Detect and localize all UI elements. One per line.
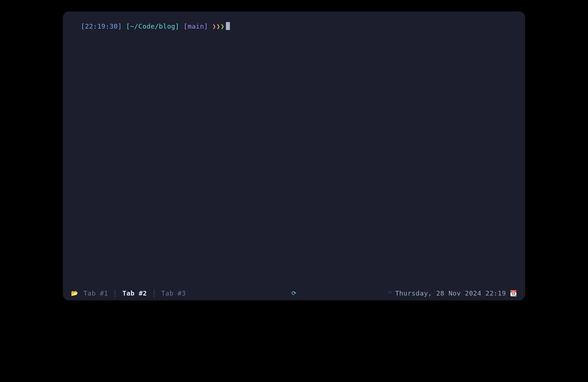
status-bar-left: 📂 Tab #1 ┊ Tab #2 ┊ Tab #3	[71, 289, 186, 297]
heart-icon: ♡	[388, 290, 391, 296]
prompt-time: [22:19:30]	[81, 22, 122, 30]
tab-separator-icon: ┊	[152, 289, 156, 297]
tab-3[interactable]: Tab #3	[161, 289, 186, 297]
terminal-cursor	[226, 22, 230, 30]
tab-separator-icon: ┊	[113, 289, 117, 297]
tab-1[interactable]: Tab #1	[84, 289, 108, 297]
prompt-branch: [main]	[184, 22, 208, 30]
terminal-content[interactable]: [22:19:30] [~/Code/blog] [main] ❯❯❯	[63, 12, 525, 286]
terminal-window: [22:19:30] [~/Code/blog] [main] ❯❯❯ 📂 Ta…	[63, 12, 525, 300]
refresh-icon: ⟳	[291, 290, 297, 297]
calendar-icon: 📆	[510, 290, 517, 297]
status-bar: 📂 Tab #1 ┊ Tab #2 ┊ Tab #3 ⟳ ♡ Thursday,…	[63, 286, 525, 300]
tab-2[interactable]: Tab #2	[122, 289, 147, 297]
status-datetime: Thursday, 28 Nov 2024 22:19	[395, 289, 506, 297]
status-bar-right: ♡ Thursday, 28 Nov 2024 22:19 📆	[388, 289, 517, 297]
folder-icon: 📂	[71, 290, 79, 297]
prompt-chevron-1: ❯	[212, 22, 216, 30]
prompt-chevron-2: ❯	[217, 22, 220, 30]
prompt-path: [~/Code/blog]	[126, 22, 179, 30]
prompt-chevron-3: ❯	[220, 22, 224, 30]
